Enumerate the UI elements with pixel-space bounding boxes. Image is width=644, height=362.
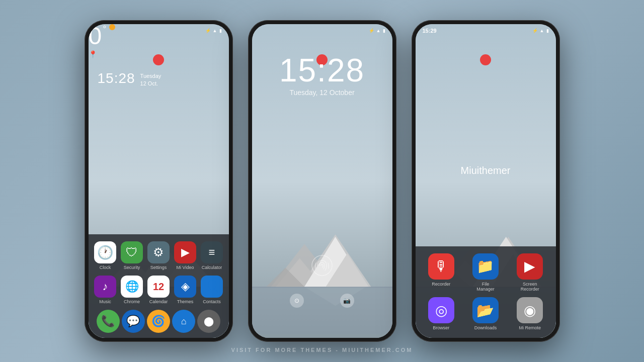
status-icons-1: ⚡ ▲ ▮ xyxy=(205,28,222,33)
calendar-app-icon[interactable]: 12 xyxy=(147,276,170,298)
app-drawer-1: 🕐 Clock 🛡 Security ⚙ Settings xyxy=(89,234,229,338)
recorder-app-icon[interactable]: 🎙 xyxy=(428,253,454,280)
lock-left-icon[interactable]: ⊙ xyxy=(290,294,304,308)
app-miremote[interactable]: ◉ Mi Remote xyxy=(510,297,549,331)
app-filemanager[interactable]: 📁 FileManager xyxy=(466,253,505,293)
filemanager-app-icon[interactable]: 📁 xyxy=(472,253,499,280)
recorder-icon: 🎙 xyxy=(434,258,448,275)
dock-mihome[interactable]: ⌂ xyxy=(172,310,195,333)
app-mivideo[interactable]: ▶ Mi Video xyxy=(174,241,197,270)
dock-phone[interactable]: 📞 xyxy=(97,310,120,333)
status-icons-3: ⚡ ▲ ▮ xyxy=(532,28,549,33)
wallpaper-2: 15:28 Tuesday, 12 October xyxy=(252,24,392,338)
miuithemer-label: Miuithemer xyxy=(416,165,556,176)
battery-icon-2: ▮ xyxy=(383,28,385,33)
security-app-icon[interactable]: 🛡 xyxy=(121,241,143,263)
battery-icon: ▮ xyxy=(219,28,222,33)
mihome-icon: ⌂ xyxy=(181,316,187,327)
sun-dot-1 xyxy=(153,54,164,65)
phone-2: ⚡ ▲ ▮ 15:28 Tuesday, 12 October xyxy=(248,20,396,342)
wifi-icon-2: ▲ xyxy=(376,28,381,33)
browser-icon: 🌀 xyxy=(151,315,165,328)
app-settings[interactable]: ⚙ Settings xyxy=(147,241,171,270)
calculator-icon: ≡ xyxy=(209,246,215,259)
contacts-icon: 👤 xyxy=(205,280,219,293)
messages-icon: 💬 xyxy=(126,315,140,328)
calculator-app-icon[interactable]: ≡ xyxy=(201,241,223,263)
miremote-app-icon[interactable]: ◉ xyxy=(517,297,543,323)
status-bar-2: ⚡ ▲ ▮ xyxy=(252,24,392,35)
lock-date: Tuesday, 12 October xyxy=(252,88,392,97)
camera-icon: ⬤ xyxy=(204,316,214,327)
app-calendar[interactable]: 12 Calendar xyxy=(147,276,171,305)
app-themes[interactable]: ◈ Themes xyxy=(174,276,197,305)
app-contacts[interactable]: 👤 Contacts xyxy=(200,276,224,305)
svg-point-19 xyxy=(312,255,332,276)
downloads-app-icon[interactable]: 📂 xyxy=(472,297,499,323)
dock-camera[interactable]: ⬤ xyxy=(197,310,220,333)
mivideo-app-icon[interactable]: ▶ xyxy=(174,241,196,263)
bluetooth-icon: ⚡ xyxy=(205,28,211,33)
browser-app-icon-glyph: ◎ xyxy=(435,302,447,319)
svg-rect-18 xyxy=(252,287,392,288)
chrome-app-icon[interactable]: 🌐 xyxy=(121,276,143,298)
recorder-label: Recorder xyxy=(432,282,450,287)
miremote-icon: ◉ xyxy=(524,302,536,319)
clock-icon: 🕐 xyxy=(97,245,113,260)
downloads-icon: 📂 xyxy=(476,302,494,319)
calculator-label: Calculator xyxy=(202,265,222,270)
home-date-line2: 12 Oct. xyxy=(140,80,162,87)
music-icon: ♪ xyxy=(103,280,108,293)
phone-1: ⚡ ▲ ▮ 0 ° 📍 15:28 Tuesday 12 O xyxy=(85,20,233,342)
music-label: Music xyxy=(99,299,111,305)
miremote-label: Mi Remote xyxy=(519,325,541,331)
calendar-number-icon: 12 xyxy=(153,282,164,292)
home-date: Tuesday 12 Oct. xyxy=(140,70,162,88)
lock-bottom-icons: ⊙ 📷 xyxy=(252,294,392,308)
filemanager-icon: 📁 xyxy=(476,258,494,275)
screenrecorder-icon: ▶ xyxy=(524,258,535,275)
themes-app-icon[interactable]: ◈ xyxy=(174,276,196,298)
status-bar-1: ⚡ ▲ ▮ xyxy=(89,24,229,35)
lock-right-icon[interactable]: 📷 xyxy=(340,294,354,308)
phone-1-screen: ⚡ ▲ ▮ 0 ° 📍 15:28 Tuesday 12 O xyxy=(89,24,229,338)
wallpaper-3: Miuithemer xyxy=(416,24,556,338)
lock-time: 15:28 xyxy=(252,52,392,89)
app-chrome[interactable]: 🌐 Chrome xyxy=(120,276,144,305)
app-panel-grid: 🎙 Recorder 📁 FileManager ▶ xyxy=(422,253,550,331)
app-clock[interactable]: 🕐 Clock xyxy=(94,241,117,270)
dock-messages[interactable]: 💬 xyxy=(122,310,145,333)
mivideo-label: Mi Video xyxy=(177,265,194,270)
bt-icon-2: ⚡ xyxy=(369,28,374,33)
app-recorder[interactable]: 🎙 Recorder xyxy=(422,253,461,293)
chrome-icon: 🌐 xyxy=(125,280,139,293)
wifi-icon-3: ▲ xyxy=(540,28,544,33)
app-downloads[interactable]: 📂 Downloads xyxy=(466,297,505,331)
screenrecorder-app-icon[interactable]: ▶ xyxy=(517,253,543,280)
app-calculator[interactable]: ≡ Calculator xyxy=(200,241,224,270)
contacts-app-icon[interactable]: 👤 xyxy=(201,276,223,298)
app-screenrecorder[interactable]: ▶ ScreenRecorder xyxy=(510,253,549,293)
app-music[interactable]: ♪ Music xyxy=(94,276,117,305)
sun-dot-3 xyxy=(480,54,491,65)
music-app-icon[interactable]: ♪ xyxy=(94,276,116,298)
browser-app-icon[interactable]: ◎ xyxy=(428,297,454,323)
dock-browser[interactable]: 🌀 xyxy=(147,310,170,333)
screenrecorder-label: ScreenRecorder xyxy=(521,282,539,293)
datetime-widget: 15:28 Tuesday 12 Oct. xyxy=(98,70,162,88)
themes-icon: ◈ xyxy=(181,280,190,293)
mivideo-icon: ▶ xyxy=(181,246,190,259)
security-label: Security xyxy=(124,265,140,270)
settings-app-icon[interactable]: ⚙ xyxy=(147,241,170,263)
filemanager-label: FileManager xyxy=(476,282,495,293)
battery-icon-3: ▮ xyxy=(546,28,549,33)
clock-app-icon[interactable]: 🕐 xyxy=(94,241,116,263)
app-grid-row2: ♪ Music 🌐 Chrome 12 Calendar xyxy=(94,276,224,305)
status-bar-3: 15:29 ⚡ ▲ ▮ xyxy=(416,24,556,35)
browser-label: Browser xyxy=(433,325,449,331)
app-security[interactable]: 🛡 Security xyxy=(120,241,144,270)
phone-icon: 📞 xyxy=(101,315,115,328)
app-browser[interactable]: ◎ Browser xyxy=(422,297,461,331)
app-grid-row1: 🕐 Clock 🛡 Security ⚙ Settings xyxy=(94,241,224,270)
wifi-icon: ▲ xyxy=(213,28,217,33)
